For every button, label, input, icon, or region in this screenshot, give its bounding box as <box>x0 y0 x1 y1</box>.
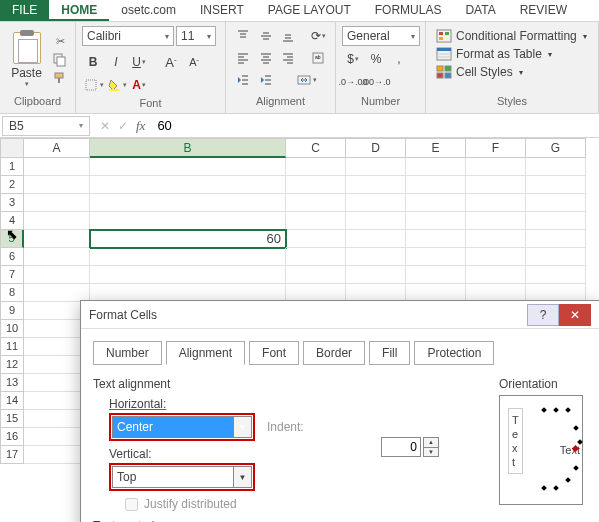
col-header-c[interactable]: C <box>286 138 346 158</box>
cell-B7[interactable] <box>90 266 286 284</box>
enter-icon[interactable]: ✓ <box>118 119 128 133</box>
tab-review[interactable]: REVIEW <box>508 0 579 21</box>
cell-A2[interactable] <box>24 176 90 194</box>
indent-input[interactable] <box>381 437 421 457</box>
fill-color-button[interactable] <box>105 75 127 95</box>
cell-G2[interactable] <box>526 176 586 194</box>
row-header-16[interactable]: 16 <box>0 428 24 446</box>
dlg-tab-number[interactable]: Number <box>93 341 162 365</box>
cell-C3[interactable] <box>286 194 346 212</box>
cell-D6[interactable] <box>346 248 406 266</box>
row-header-13[interactable]: 13 <box>0 374 24 392</box>
cell-B5[interactable]: 60 <box>90 230 286 248</box>
row-header-17[interactable]: 17 <box>0 446 24 464</box>
decrease-decimal-button[interactable]: .00→.0 <box>365 72 387 92</box>
indent-spinner[interactable]: ▲▼ <box>423 437 439 457</box>
row-header-8[interactable]: 8 <box>0 284 24 302</box>
cell-F6[interactable] <box>466 248 526 266</box>
help-button[interactable]: ? <box>527 304 559 326</box>
cancel-icon[interactable]: ✕ <box>100 119 110 133</box>
shrink-font-button[interactable]: Aˇ <box>183 52 205 72</box>
cell-B6[interactable] <box>90 248 286 266</box>
cell-F2[interactable] <box>466 176 526 194</box>
grow-font-button[interactable]: Aˆ <box>160 52 182 72</box>
cell-C4[interactable] <box>286 212 346 230</box>
row-header-7[interactable]: 7 <box>0 266 24 284</box>
cell-F7[interactable] <box>466 266 526 284</box>
cell-D5[interactable] <box>346 230 406 248</box>
row-header-10[interactable]: 10 <box>0 320 24 338</box>
align-center-button[interactable] <box>255 48 277 68</box>
cell-C7[interactable] <box>286 266 346 284</box>
tab-home[interactable]: HOME <box>49 0 109 21</box>
align-middle-button[interactable] <box>255 26 277 46</box>
align-left-button[interactable] <box>232 48 254 68</box>
wrap-text-button[interactable]: ab <box>307 48 329 68</box>
bold-button[interactable]: B <box>82 52 104 72</box>
cell-B1[interactable] <box>90 158 286 176</box>
row-header-11[interactable]: 11 <box>0 338 24 356</box>
cell-B3[interactable] <box>90 194 286 212</box>
cell-A1[interactable] <box>24 158 90 176</box>
cell-G5[interactable] <box>526 230 586 248</box>
cell-A4[interactable] <box>24 212 90 230</box>
merge-button[interactable] <box>295 70 317 90</box>
col-header-f[interactable]: F <box>466 138 526 158</box>
orientation-button[interactable]: ⟳ <box>307 26 329 46</box>
cell-E7[interactable] <box>406 266 466 284</box>
cell-D1[interactable] <box>346 158 406 176</box>
font-size-combo[interactable]: 11▾ <box>176 26 216 46</box>
cell-A6[interactable] <box>24 248 90 266</box>
tab-formulas[interactable]: FORMULAS <box>363 0 454 21</box>
row-header-9[interactable]: 9 <box>0 302 24 320</box>
select-all-corner[interactable] <box>0 138 24 158</box>
tab-file[interactable]: FILE <box>0 0 49 21</box>
cell-C5[interactable] <box>286 230 346 248</box>
paste-button[interactable]: Paste ▾ <box>6 26 47 93</box>
close-button[interactable]: ✕ <box>559 304 591 326</box>
cell-E3[interactable] <box>406 194 466 212</box>
vertical-combo[interactable]: Top▼ <box>112 466 252 488</box>
cell-G6[interactable] <box>526 248 586 266</box>
row-header-15[interactable]: 15 <box>0 410 24 428</box>
cell-B4[interactable] <box>90 212 286 230</box>
cell-F5[interactable] <box>466 230 526 248</box>
dlg-tab-protection[interactable]: Protection <box>414 341 494 365</box>
cell-C2[interactable] <box>286 176 346 194</box>
cell-A7[interactable] <box>24 266 90 284</box>
tab-custom[interactable]: osetc.com <box>109 0 188 21</box>
orientation-selector[interactable]: Text Text <box>499 395 583 505</box>
increase-indent-button[interactable] <box>255 70 277 90</box>
row-header-14[interactable]: 14 <box>0 392 24 410</box>
cell-styles-button[interactable]: Cell Styles▾ <box>434 64 590 80</box>
cell-B2[interactable] <box>90 176 286 194</box>
cell-C6[interactable] <box>286 248 346 266</box>
format-as-table-button[interactable]: Format as Table▾ <box>434 46 590 62</box>
dlg-tab-border[interactable]: Border <box>303 341 365 365</box>
italic-button[interactable]: I <box>105 52 127 72</box>
formula-input[interactable] <box>153 114 599 137</box>
col-header-d[interactable]: D <box>346 138 406 158</box>
col-header-e[interactable]: E <box>406 138 466 158</box>
cell-F4[interactable] <box>466 212 526 230</box>
row-header-5[interactable]: 5 <box>0 230 24 248</box>
cut-icon[interactable]: ✂ <box>51 34 69 50</box>
dlg-tab-alignment[interactable]: Alignment <box>166 341 245 365</box>
cell-F1[interactable] <box>466 158 526 176</box>
font-color-button[interactable]: A <box>128 75 150 95</box>
cell-D3[interactable] <box>346 194 406 212</box>
row-header-4[interactable]: 4 <box>0 212 24 230</box>
fx-icon[interactable]: fx <box>136 118 145 134</box>
cell-D7[interactable] <box>346 266 406 284</box>
dlg-tab-font[interactable]: Font <box>249 341 299 365</box>
conditional-formatting-button[interactable]: Conditional Formatting▾ <box>434 28 590 44</box>
horizontal-combo[interactable]: Center▼ <box>112 416 252 438</box>
align-top-button[interactable] <box>232 26 254 46</box>
cell-G1[interactable] <box>526 158 586 176</box>
cell-C1[interactable] <box>286 158 346 176</box>
cell-F3[interactable] <box>466 194 526 212</box>
cell-A3[interactable] <box>24 194 90 212</box>
copy-icon[interactable] <box>51 52 69 68</box>
percent-button[interactable]: % <box>365 49 387 69</box>
comma-button[interactable]: , <box>388 49 410 69</box>
